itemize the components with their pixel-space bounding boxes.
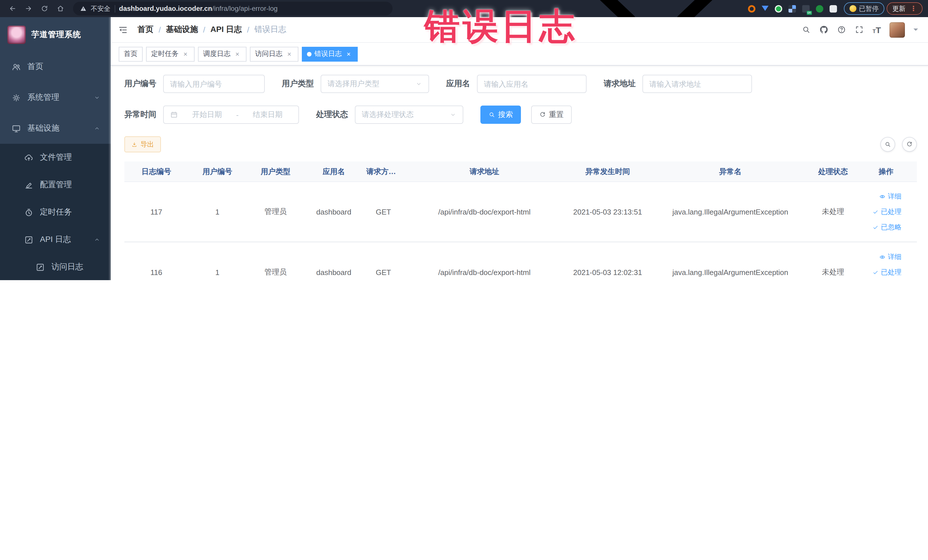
extension-icon-4[interactable] <box>788 5 796 12</box>
ignored-action-link[interactable]: 已忽略 <box>872 222 902 232</box>
table-header-row: 日志编号用户编号用户类型应用名请求方法名请求地址异常发生时间异常名处理状态操作 <box>124 162 917 182</box>
browser-reload-button[interactable] <box>38 2 51 15</box>
paused-badge[interactable]: 已暂停 <box>844 2 884 15</box>
address-bar[interactable]: 不安全 dashboard.yudao.iocoder.cn/infra/log… <box>73 2 392 15</box>
security-label[interactable]: 不安全 <box>91 4 110 13</box>
detail-action-link[interactable]: 详细 <box>879 252 902 262</box>
extension-icon-1[interactable] <box>748 5 755 12</box>
tab-1[interactable]: 定时任务× <box>146 46 195 61</box>
infra-icon <box>11 124 21 133</box>
refresh-table-button[interactable] <box>902 137 917 152</box>
sidebar-toggle-hamburger-icon[interactable] <box>118 24 128 35</box>
cell-time: 2021-05-03 23:13:51 <box>565 208 650 216</box>
browser-menu-icon[interactable]: ⋮ <box>910 5 917 12</box>
sidebar-item-7[interactable]: 访问日志 <box>0 253 111 280</box>
tab-close-icon[interactable]: × <box>285 50 293 58</box>
browser-home-button[interactable] <box>53 2 67 15</box>
user-id-input[interactable] <box>163 75 265 93</box>
sidebar-item-label: 定时任务 <box>40 207 72 217</box>
chevron-down-icon <box>93 94 101 101</box>
extension-icon-3[interactable] <box>774 5 782 12</box>
sidebar-item-5[interactable]: 定时任务 <box>0 198 111 226</box>
app-name-label: 应用名 <box>446 79 470 89</box>
tab-close-icon[interactable]: × <box>345 50 353 58</box>
toggle-search-button[interactable] <box>881 137 895 152</box>
search-button[interactable]: 搜索 <box>481 105 521 124</box>
breadcrumb-api-log[interactable]: API 日志 <box>211 24 242 35</box>
processed-action-link[interactable]: 已处理 <box>872 267 902 277</box>
fullscreen-icon[interactable] <box>855 25 864 34</box>
user-id-label: 用户编号 <box>124 79 156 89</box>
browser-forward-button[interactable] <box>22 2 35 15</box>
breadcrumb-infra[interactable]: 基础设施 <box>166 24 198 35</box>
tab-0[interactable]: 首页 <box>119 46 143 61</box>
github-icon[interactable] <box>820 25 829 34</box>
tab-close-icon[interactable]: × <box>234 50 241 58</box>
start-date-placeholder[interactable]: 开始日期 <box>183 110 232 120</box>
user-avatar[interactable] <box>890 22 905 37</box>
end-date-placeholder[interactable]: 结束日期 <box>243 110 292 120</box>
user-type-label: 用户类型 <box>282 79 314 89</box>
eye-icon <box>879 253 885 260</box>
breadcrumb-home[interactable]: 首页 <box>137 24 154 35</box>
avatar-dropdown-caret-icon[interactable] <box>913 29 918 33</box>
cell-user_id: 1 <box>188 268 246 276</box>
tab-close-icon[interactable]: × <box>182 50 189 58</box>
export-button[interactable]: 导出 <box>124 136 161 153</box>
process-status-select[interactable]: 请选择处理状态 <box>355 105 463 124</box>
browser-back-button[interactable] <box>6 2 20 15</box>
column-header-1: 用户编号 <box>188 166 246 177</box>
exception-time-range-picker[interactable]: 开始日期 - 结束日期 <box>163 105 299 124</box>
refresh-icon <box>539 111 546 118</box>
app-header: 首页/基础设施/API 日志/错误日志 TT <box>111 17 928 43</box>
sidebar-item-2[interactable]: 基础设施 <box>0 113 111 144</box>
refresh-icon <box>906 141 913 148</box>
detail-action-link[interactable]: 详细 <box>879 191 902 201</box>
screenshot-root: 不安全 dashboard.yudao.iocoder.cn/infra/log… <box>0 0 928 280</box>
column-header-9: 操作 <box>856 166 916 177</box>
font-size-icon[interactable]: TT <box>873 25 881 34</box>
extension-icon-6[interactable] <box>816 5 823 12</box>
chevron-up-icon <box>93 236 101 243</box>
config-icon <box>24 180 34 190</box>
processed-action-link[interactable]: 已处理 <box>872 207 902 217</box>
extension-icon-7[interactable] <box>829 5 837 12</box>
cell-time: 2021-05-03 12:02:31 <box>565 268 650 276</box>
table-row: 1161管理员dashboardGET/api/infra/db-doc/exp… <box>124 243 917 280</box>
table-settings-buttons <box>881 137 917 152</box>
chevron-down-icon <box>450 111 456 118</box>
tab-4[interactable]: 错误日志× <box>302 46 358 61</box>
sidebar-item-4[interactable]: 配置管理 <box>0 171 111 198</box>
sidebar-item-3[interactable]: 文件管理 <box>0 144 111 171</box>
timer-icon <box>24 208 34 217</box>
tab-label: 调度日志 <box>203 49 230 59</box>
tab-label: 定时任务 <box>151 49 179 59</box>
cell-exception: java.lang.IllegalArgumentException <box>650 268 810 276</box>
breadcrumb: 首页/基础设施/API 日志/错误日志 <box>137 24 286 35</box>
app-logo <box>8 26 26 44</box>
extension-icon-5[interactable] <box>802 5 809 12</box>
address-divider <box>114 5 115 12</box>
error-log-table: 日志编号用户编号用户类型应用名请求方法名请求地址异常发生时间异常名处理状态操作 … <box>124 162 917 280</box>
sidebar-item-0[interactable]: 首页 <box>0 51 111 82</box>
extension-icon-2[interactable] <box>762 6 768 14</box>
sidebar-item-1[interactable]: 系统管理 <box>0 82 111 113</box>
tab-2[interactable]: 调度日志× <box>198 46 246 61</box>
help-icon[interactable] <box>837 25 846 34</box>
tab-label: 错误日志 <box>314 49 342 59</box>
reset-button[interactable]: 重置 <box>531 105 572 124</box>
user-type-select[interactable]: 请选择用户类型 <box>321 75 429 93</box>
tab-3[interactable]: 访问日志× <box>250 46 298 61</box>
sidebar-item-label: 配置管理 <box>40 180 72 190</box>
page-content: 用户编号 用户类型 请选择用户类型 应用名 <box>111 66 928 280</box>
check-icon <box>872 224 879 230</box>
cell-app: dashboard <box>305 208 363 216</box>
search-icon[interactable] <box>802 25 811 34</box>
sidebar-item-6[interactable]: API 日志 <box>0 226 111 253</box>
home-browser-icon <box>56 5 64 12</box>
warning-icon <box>80 5 87 12</box>
app-name-input[interactable] <box>477 75 586 93</box>
request-url-input[interactable] <box>643 75 752 93</box>
page-url: dashboard.yudao.iocoder.cn/infra/log/api… <box>119 5 278 12</box>
browser-update-button[interactable]: 更新 ⋮ <box>887 2 923 15</box>
